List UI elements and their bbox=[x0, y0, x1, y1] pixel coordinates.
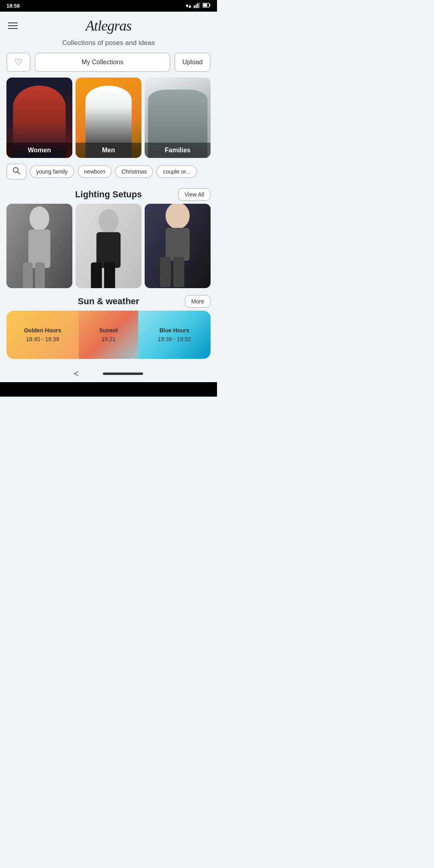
sunset-label: Sunset bbox=[99, 327, 118, 334]
tag-christmas[interactable]: Christmas bbox=[115, 165, 153, 178]
svg-rect-6 bbox=[203, 4, 207, 7]
lighting-grid bbox=[0, 204, 217, 294]
tag-young-family[interactable]: young family bbox=[30, 165, 74, 178]
svg-rect-22 bbox=[160, 257, 171, 287]
blue-hours-time: 19:39 - 19:52 bbox=[158, 336, 191, 342]
svg-rect-3 bbox=[199, 2, 201, 8]
lighting-card-3[interactable] bbox=[145, 204, 211, 288]
more-button[interactable]: More bbox=[185, 295, 211, 308]
action-row: ♡ My Collections Upload bbox=[0, 53, 217, 78]
blue-hours-panel[interactable]: Blue Hours 19:39 - 19:52 bbox=[138, 311, 211, 359]
golden-hours-label: Golden Hours bbox=[24, 327, 61, 334]
favorites-button[interactable]: ♡ bbox=[6, 53, 31, 72]
blue-hours-label: Blue Hours bbox=[160, 327, 190, 334]
status-icons: ▾▴ bbox=[186, 2, 211, 9]
lighting-card-2[interactable] bbox=[76, 204, 141, 288]
app-title: Atlegras bbox=[86, 17, 131, 34]
svg-point-10 bbox=[29, 207, 49, 231]
signal-icon bbox=[194, 2, 200, 9]
svg-line-8 bbox=[18, 172, 20, 174]
search-button[interactable] bbox=[6, 164, 27, 180]
svg-rect-1 bbox=[196, 4, 197, 8]
category-grid: Women Men Families bbox=[0, 78, 217, 158]
category-men-label: Men bbox=[76, 143, 141, 158]
header: Atlegras bbox=[0, 12, 217, 37]
sun-section-title: Sun & weather bbox=[78, 296, 139, 307]
tag-couple[interactable]: couple or... bbox=[156, 165, 197, 178]
menu-button[interactable] bbox=[8, 23, 18, 29]
svg-rect-17 bbox=[91, 262, 102, 288]
svg-point-15 bbox=[98, 209, 118, 233]
weather-card: Golden Hours 18:40 - 19:39 Sunset 19:21 … bbox=[6, 311, 211, 359]
category-families[interactable]: Families bbox=[145, 78, 211, 158]
tags-row: young family newborn Christmas couple or… bbox=[0, 158, 217, 185]
time-display: 18:58 bbox=[6, 3, 20, 9]
home-indicator[interactable] bbox=[103, 373, 143, 375]
back-button[interactable]: < bbox=[74, 368, 79, 379]
svg-rect-18 bbox=[104, 262, 115, 288]
menu-line bbox=[8, 25, 18, 26]
sunset-panel[interactable]: Sunset 19:21 bbox=[79, 311, 138, 359]
wifi-icon: ▾▴ bbox=[186, 3, 191, 9]
lighting-section-header: Lighting Setups View All bbox=[0, 185, 217, 204]
sunset-time: 19:21 bbox=[101, 336, 115, 342]
lighting-card-1[interactable] bbox=[6, 204, 72, 288]
svg-rect-0 bbox=[194, 6, 195, 8]
svg-rect-13 bbox=[35, 262, 45, 288]
svg-point-20 bbox=[166, 204, 190, 229]
category-women-label: Women bbox=[6, 143, 72, 158]
bottom-nav: < bbox=[0, 364, 217, 382]
menu-line bbox=[8, 28, 18, 29]
status-bar: 18:58 ▾▴ bbox=[0, 0, 217, 12]
system-bar bbox=[0, 382, 217, 397]
sun-section-header: Sun & weather More bbox=[0, 294, 217, 311]
category-families-label: Families bbox=[145, 143, 211, 158]
svg-rect-12 bbox=[23, 262, 33, 288]
page-subtitle: Collections of poses and ideas bbox=[0, 37, 217, 53]
tag-newborn[interactable]: newborn bbox=[78, 165, 112, 178]
upload-button[interactable]: Upload bbox=[174, 53, 211, 72]
golden-hours-time: 18:40 - 19:39 bbox=[26, 336, 59, 342]
menu-line bbox=[8, 23, 18, 23]
my-collections-label: My Collections bbox=[82, 59, 123, 66]
my-collections-button[interactable]: My Collections bbox=[35, 53, 170, 72]
search-icon bbox=[12, 167, 20, 177]
svg-rect-21 bbox=[166, 228, 190, 261]
battery-icon bbox=[203, 3, 211, 9]
lighting-section-title: Lighting Setups bbox=[75, 189, 142, 200]
category-men[interactable]: Men bbox=[76, 78, 141, 158]
upload-label: Upload bbox=[182, 59, 203, 66]
svg-rect-2 bbox=[197, 3, 199, 8]
view-all-button[interactable]: View All bbox=[178, 188, 211, 201]
svg-rect-11 bbox=[29, 229, 51, 268]
heart-icon: ♡ bbox=[14, 57, 23, 68]
category-women[interactable]: Women bbox=[6, 78, 72, 158]
golden-hours-panel[interactable]: Golden Hours 18:40 - 19:39 bbox=[6, 311, 79, 359]
svg-rect-23 bbox=[173, 257, 184, 287]
svg-rect-5 bbox=[210, 4, 211, 6]
